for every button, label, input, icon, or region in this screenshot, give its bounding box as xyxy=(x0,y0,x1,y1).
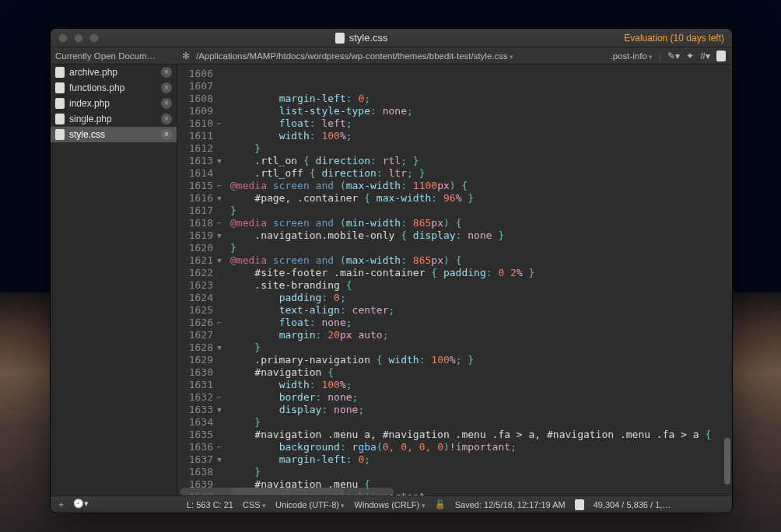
hash-icon[interactable]: #▾ xyxy=(700,51,710,61)
close-file-button[interactable]: × xyxy=(161,129,172,140)
code-line[interactable]: border: none; xyxy=(230,391,732,404)
code-line[interactable]: .site-branding { xyxy=(230,279,732,292)
code-line[interactable]: #navigation .menu a, #navigation .menu .… xyxy=(230,429,732,441)
counterpart-icon[interactable] xyxy=(716,51,726,61)
path-navigator[interactable]: /Applications/MAMP/htdocs/wordpress/wp-c… xyxy=(196,51,513,61)
code-line[interactable]: text-align: center; xyxy=(230,304,732,317)
file-icon xyxy=(55,98,65,109)
sidebar-item-label: single.php xyxy=(69,114,112,124)
code-line[interactable]: float: left; xyxy=(230,117,732,130)
toolbar: Currently Open Docum… ✻ /Applications/MA… xyxy=(51,47,732,65)
code-line[interactable]: list-style-type: none; xyxy=(230,105,732,117)
code-line[interactable]: #navigation { xyxy=(230,366,732,379)
character-counts: 49,304 / 5,836 / 1,… xyxy=(594,500,671,509)
minimize-window-button[interactable] xyxy=(74,33,83,43)
sidebar-header-label: Currently Open Docum… xyxy=(55,51,156,61)
traffic-lights xyxy=(58,33,99,43)
close-file-button[interactable]: × xyxy=(161,114,172,124)
new-document-button[interactable]: ＋ xyxy=(57,499,65,510)
document-icon xyxy=(335,33,345,44)
sidebar-item-label: functions.php xyxy=(69,82,124,93)
code-line[interactable]: @media screen and (min-width: 865px) { xyxy=(230,217,732,229)
pencil-icon[interactable]: ✎▾ xyxy=(667,51,680,61)
window-title: style.css xyxy=(349,32,388,44)
sidebar-item-index-php[interactable]: index.php× xyxy=(51,96,177,111)
code-line[interactable]: } xyxy=(230,416,732,429)
editor-pane: 16061607160816091610⌐161116121613▼161416… xyxy=(177,65,732,495)
sidebar-item-label: index.php xyxy=(69,98,110,109)
encoding-picker[interactable]: Unicode (UTF-8) xyxy=(275,500,345,509)
sidebar-item-functions-php[interactable]: functions.php× xyxy=(51,80,177,96)
close-file-button[interactable]: × xyxy=(161,98,172,109)
open-documents-sidebar: archive.php×functions.php×index.php×sing… xyxy=(51,65,177,495)
code-line[interactable]: } xyxy=(230,242,732,254)
editor-window: style.css Evaluation (10 days left) Curr… xyxy=(50,28,733,513)
statusbar: ＋ 🕘▾ L: 563 C: 21 CSS Unicode (UTF-8) Wi… xyxy=(51,495,732,513)
titlebar[interactable]: style.css Evaluation (10 days left) xyxy=(51,29,732,47)
code-line[interactable]: } xyxy=(230,142,732,155)
file-icon xyxy=(55,67,65,78)
horizontal-scrollbar[interactable] xyxy=(180,488,344,495)
code-line[interactable]: } xyxy=(230,341,732,354)
vertical-scrollbar[interactable] xyxy=(724,438,730,485)
code-line[interactable]: #site-footer .main-container { padding: … xyxy=(230,267,732,279)
line-endings-picker[interactable]: Windows (CRLF) xyxy=(355,500,426,509)
code-line[interactable]: margin-left: 0; xyxy=(230,93,732,105)
code-line[interactable]: .rtl_on { direction: rtl; } xyxy=(230,155,732,167)
cursor-position[interactable]: L: 563 C: 21 xyxy=(187,500,233,509)
code-line[interactable]: } xyxy=(230,205,732,217)
code-content[interactable]: margin-left: 0; list-style-type: none; f… xyxy=(227,65,732,495)
file-icon xyxy=(55,129,65,140)
code-line[interactable]: width: 100%; xyxy=(230,130,732,142)
saved-timestamp: Saved: 12/5/18, 12:17:19 AM xyxy=(455,500,566,509)
code-line[interactable]: .rtl_off { direction: ltr; } xyxy=(230,167,732,180)
sidebar-item-archive-php[interactable]: archive.php× xyxy=(51,65,177,80)
document-info-icon[interactable] xyxy=(575,499,584,510)
code-line[interactable]: #page, .container { max-width: 96% } xyxy=(230,192,732,205)
close-window-button[interactable] xyxy=(58,33,68,43)
code-line[interactable]: float: none; xyxy=(230,317,732,329)
sidebar-item-style-css[interactable]: style.css× xyxy=(51,127,177,142)
code-line[interactable]: .navigation.mobile-only { display: none … xyxy=(230,229,732,242)
file-icon xyxy=(55,114,65,124)
close-file-button[interactable]: × xyxy=(161,82,172,93)
code-line[interactable]: width: 100%; xyxy=(230,379,732,391)
code-line[interactable]: .primary-navigation { width: 100%; } xyxy=(230,354,732,366)
lock-icon[interactable]: 🔓 xyxy=(435,499,446,509)
sidebar-item-label: style.css xyxy=(69,129,105,140)
language-picker[interactable]: CSS xyxy=(243,500,266,509)
code-line[interactable]: display: none; xyxy=(230,404,732,416)
code-line[interactable]: @media screen and (max-width: 865px) { xyxy=(230,254,732,267)
code-line[interactable]: margin: 20px auto; xyxy=(230,329,732,341)
line-number-gutter[interactable]: 16061607160816091610⌐161116121613▼161416… xyxy=(177,65,227,495)
sidebar-item-label: archive.php xyxy=(69,67,117,78)
recent-documents-button[interactable]: 🕘▾ xyxy=(73,499,89,510)
code-line[interactable]: margin-left: 0; xyxy=(230,453,732,466)
file-icon xyxy=(55,82,65,93)
sidebar-settings-gear-icon[interactable]: ✻ xyxy=(177,51,194,61)
code-line[interactable]: @media screen and (max-width: 1100px) { xyxy=(230,180,732,192)
close-file-button[interactable]: × xyxy=(161,67,172,78)
code-line[interactable]: background: rgba(0, 0, 0, 0)!important; xyxy=(230,441,732,453)
symbol-navigator[interactable]: .post-info xyxy=(610,51,653,61)
code-line[interactable]: padding: 0; xyxy=(230,292,732,304)
zoom-window-button[interactable] xyxy=(89,33,99,43)
code-line[interactable]: } xyxy=(230,466,732,478)
evaluation-notice: Evaluation (10 days left) xyxy=(624,33,724,44)
magic-wand-icon[interactable]: ✦ xyxy=(686,51,694,61)
sidebar-item-single-php[interactable]: single.php× xyxy=(51,111,177,127)
